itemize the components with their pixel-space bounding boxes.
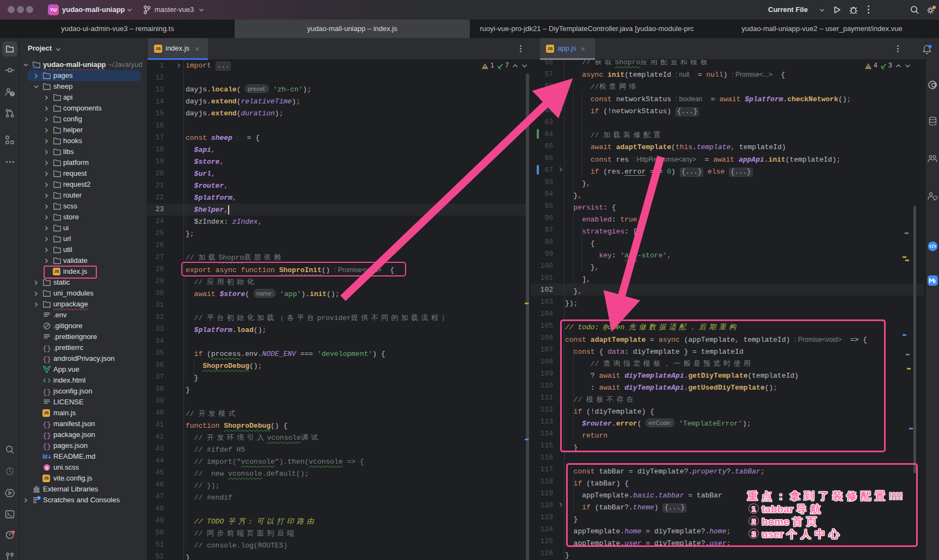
- svg-text:{}: {}: [42, 432, 51, 440]
- svg-text:{}: {}: [42, 355, 51, 364]
- svg-text:{}: {}: [42, 442, 51, 451]
- svg-text:{}: {}: [42, 421, 51, 429]
- svg-text:S: S: [45, 465, 48, 471]
- svg-text:{}: {}: [42, 344, 51, 353]
- svg-text:{}: {}: [42, 388, 51, 396]
- svg-text:M: M: [42, 453, 47, 460]
- svg-text:?: ?: [11, 92, 13, 96]
